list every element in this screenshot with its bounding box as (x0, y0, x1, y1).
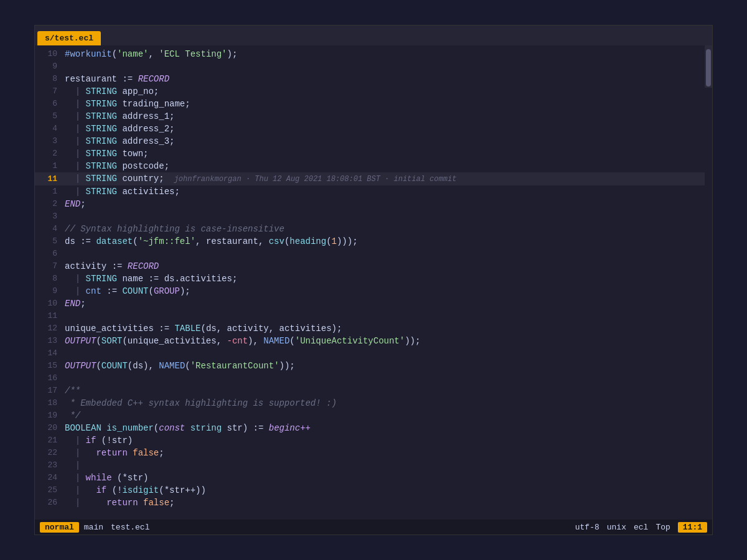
line-number: 2 (35, 147, 65, 160)
line-content: | STRING country;johnfrankmorgan · Thu 1… (65, 172, 705, 185)
line-content: | return false; (65, 497, 705, 509)
scroll-position: Top (655, 523, 670, 532)
vertical-scrollbar[interactable] (705, 45, 712, 88)
line-number: 10 (35, 297, 65, 310)
table-row: 24 | while (*str) (35, 472, 705, 484)
table-row: 5 | STRING address_1; (35, 110, 705, 123)
line-number: 16 (35, 372, 65, 385)
line-content: restaurant := RECORD (65, 73, 705, 85)
line-number: 9 (35, 60, 65, 73)
line-content: | return false; (65, 447, 705, 459)
line-content: | STRING name := ds.activities; (65, 273, 705, 285)
table-row: 8 | STRING name := ds.activities; (35, 273, 705, 285)
table-row: 1 | STRING activities; (35, 185, 705, 198)
line-content: | STRING trading_name; (65, 98, 705, 110)
table-row: 20 BOOLEAN is_number(const string str) :… (35, 422, 705, 434)
line-number: 6 (35, 98, 65, 110)
code-area[interactable]: 10 #workunit('name', 'ECL Testing'); 9 8… (35, 45, 705, 520)
line-number: 11 (35, 173, 65, 185)
table-row: 10 END; (35, 297, 705, 310)
line-number: 14 (35, 347, 65, 360)
editor-body: 10 #workunit('name', 'ECL Testing'); 9 8… (35, 45, 712, 520)
status-right: utf-8 unix ecl Top 11:1 (575, 522, 707, 533)
line-content: | STRING address_1; (65, 110, 705, 123)
line-content: END; (65, 297, 705, 310)
line-number: 1 (35, 185, 65, 198)
table-row: 21 | if (!str) (35, 434, 705, 447)
line-number: 7 (35, 85, 65, 98)
encoding: utf-8 (575, 523, 599, 532)
line-number: 23 (35, 459, 65, 472)
table-row: 6 (35, 248, 705, 260)
table-row: 9 (35, 60, 705, 73)
table-row: 13 OUTPUT(SORT(unique_activities, -cnt),… (35, 335, 705, 347)
status-bar: normal main test.ecl utf-8 unix ecl Top … (35, 520, 712, 534)
line-content: END; (65, 198, 705, 210)
table-row: 3 | STRING address_3; (35, 135, 705, 147)
table-row: 15 OUTPUT(COUNT(ds), NAMED('RestaurantCo… (35, 360, 705, 372)
line-number: 3 (35, 210, 65, 223)
line-number: 2 (35, 198, 65, 210)
table-row: 12 unique_activities := TABLE(ds, activi… (35, 322, 705, 335)
line-number: 9 (35, 285, 65, 297)
tab-file[interactable]: s/test.ecl (37, 31, 101, 45)
line-content: | if (!str) (65, 434, 705, 447)
line-number: 4 (35, 123, 65, 135)
table-row: 26 | return false; (35, 497, 705, 509)
line-content: // Syntax highlighting is case-insensiti… (65, 223, 705, 235)
os-type: unix (607, 523, 626, 532)
table-row: 4 // Syntax highlighting is case-insensi… (35, 223, 705, 235)
language: ecl (634, 523, 648, 532)
line-number: 11 (35, 310, 65, 322)
table-row: 19 */ (35, 409, 705, 422)
line-content: OUTPUT(COUNT(ds), NAMED('RestaurantCount… (65, 360, 705, 372)
line-number: 17 (35, 385, 65, 397)
table-row: 3 (35, 210, 705, 223)
table-row: 9 | cnt := COUNT(GROUP); (35, 285, 705, 297)
tab-bar: s/test.ecl (35, 26, 712, 45)
line-number: 19 (35, 409, 65, 422)
line-content: * Embedded C++ syntax highlighting is su… (65, 397, 705, 409)
table-row: 7 | STRING app_no; (35, 85, 705, 98)
editor-window: s/test.ecl 10 #workunit('name', 'ECL Tes… (34, 25, 713, 535)
line-number: 25 (35, 484, 65, 497)
table-row: 2 | STRING town; (35, 147, 705, 160)
line-content: #workunit('name', 'ECL Testing'); (65, 48, 705, 60)
line-number: 20 (35, 422, 65, 434)
table-row: 6 | STRING trading_name; (35, 98, 705, 110)
table-row: 7 activity := RECORD (35, 260, 705, 273)
line-number: 18 (35, 397, 65, 409)
table-row: 2 END; (35, 198, 705, 210)
line-content: | STRING postcode; (65, 160, 705, 172)
line-content: | cnt := COUNT(GROUP); (65, 285, 705, 297)
line-content: unique_activities := TABLE(ds, activity,… (65, 322, 705, 335)
line-content: | STRING address_3; (65, 135, 705, 147)
cursor-position: 11:1 (678, 522, 707, 533)
line-number: 1 (35, 160, 65, 172)
line-number: 10 (35, 48, 65, 60)
table-row: 11 (35, 310, 705, 322)
table-row: 14 (35, 347, 705, 360)
line-content: BOOLEAN is_number(const string str) := b… (65, 422, 705, 434)
line-number: 22 (35, 447, 65, 459)
line-content: | STRING activities; (65, 185, 705, 198)
table-row: 17 /** (35, 385, 705, 397)
line-number: 6 (35, 248, 65, 260)
line-content: | while (*str) (65, 472, 705, 484)
table-row: 25 | if (!isdigit(*str++)) (35, 484, 705, 497)
line-number: 21 (35, 434, 65, 447)
line-content: */ (65, 409, 705, 422)
table-row: 23 | (35, 459, 705, 472)
line-content: /** (65, 385, 705, 397)
line-number: 24 (35, 472, 65, 484)
line-number: 15 (35, 360, 65, 372)
table-row: 16 (35, 372, 705, 385)
line-number: 8 (35, 273, 65, 285)
scrollbar-thumb[interactable] (706, 49, 711, 86)
editor-right (705, 45, 712, 520)
mode-badge: normal (40, 522, 79, 533)
line-number: 12 (35, 322, 65, 335)
line-number: 8 (35, 73, 65, 85)
branch-name: main (84, 523, 103, 532)
line-content: | (65, 459, 705, 472)
